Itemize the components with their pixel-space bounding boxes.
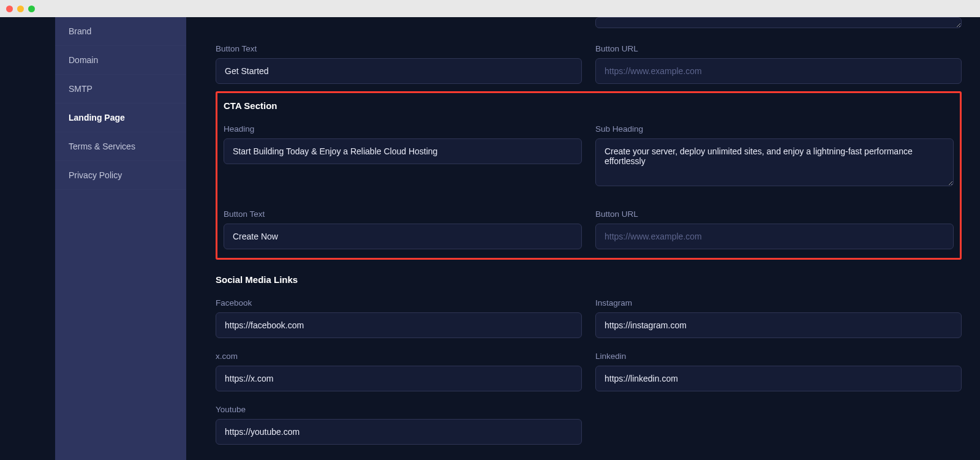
sidebar-item-brand[interactable]: Brand — [55, 17, 186, 46]
window-close-icon[interactable] — [6, 6, 13, 12]
sidebar-gutter — [0, 17, 55, 460]
youtube-label: Youtube — [216, 405, 582, 414]
x-label: x.com — [216, 352, 582, 361]
linkedin-input[interactable] — [595, 366, 962, 391]
cta-heading-input[interactable] — [224, 138, 582, 164]
main-content: Button Text Button URL CTA Section Headi… — [186, 17, 980, 460]
facebook-input[interactable] — [216, 312, 582, 338]
cta-section-highlight: CTA Section Heading Sub Heading Button T… — [216, 91, 962, 260]
cta-sub-heading-label: Sub Heading — [595, 124, 954, 134]
sidebar-item-terms[interactable]: Terms & Services — [55, 132, 186, 161]
cta-button-text-input[interactable] — [224, 224, 582, 249]
hero-button-text-label: Button Text — [216, 44, 582, 53]
sidebar-item-label: Landing Page — [69, 113, 125, 123]
linkedin-label: Linkedin — [595, 352, 962, 361]
sidebar-item-landing-page[interactable]: Landing Page — [55, 104, 186, 132]
instagram-label: Instagram — [595, 298, 962, 307]
hero-button-url-input[interactable] — [595, 58, 962, 84]
sidebar-item-label: Brand — [69, 26, 91, 36]
settings-sidebar: Brand Domain SMTP Landing Page Terms & S… — [55, 17, 186, 460]
youtube-input[interactable] — [216, 419, 582, 445]
sidebar-item-label: Terms & Services — [69, 141, 135, 151]
window-minimize-icon[interactable] — [17, 6, 24, 12]
social-section-title: Social Media Links — [216, 274, 962, 285]
sidebar-item-domain[interactable]: Domain — [55, 46, 186, 75]
sidebar-item-label: SMTP — [69, 84, 92, 94]
cta-heading-label: Heading — [224, 124, 582, 134]
facebook-label: Facebook — [216, 298, 582, 307]
cta-button-url-input[interactable] — [595, 224, 954, 249]
sidebar-item-smtp[interactable]: SMTP — [55, 75, 186, 104]
browser-chrome — [0, 0, 980, 17]
instagram-input[interactable] — [595, 312, 962, 338]
x-input[interactable] — [216, 366, 582, 391]
hero-button-text-input[interactable] — [216, 58, 582, 84]
hero-button-url-label: Button URL — [595, 44, 962, 53]
sidebar-item-privacy[interactable]: Privacy Policy — [55, 161, 186, 190]
cta-button-text-label: Button Text — [224, 209, 582, 219]
prev-sub-heading-textarea[interactable] — [595, 17, 962, 28]
sidebar-item-label: Privacy Policy — [69, 170, 122, 180]
window-maximize-icon[interactable] — [28, 6, 35, 12]
sidebar-item-label: Domain — [69, 55, 98, 65]
cta-button-url-label: Button URL — [595, 209, 954, 219]
cta-sub-heading-textarea[interactable] — [595, 138, 954, 186]
cta-section-title: CTA Section — [224, 100, 954, 111]
